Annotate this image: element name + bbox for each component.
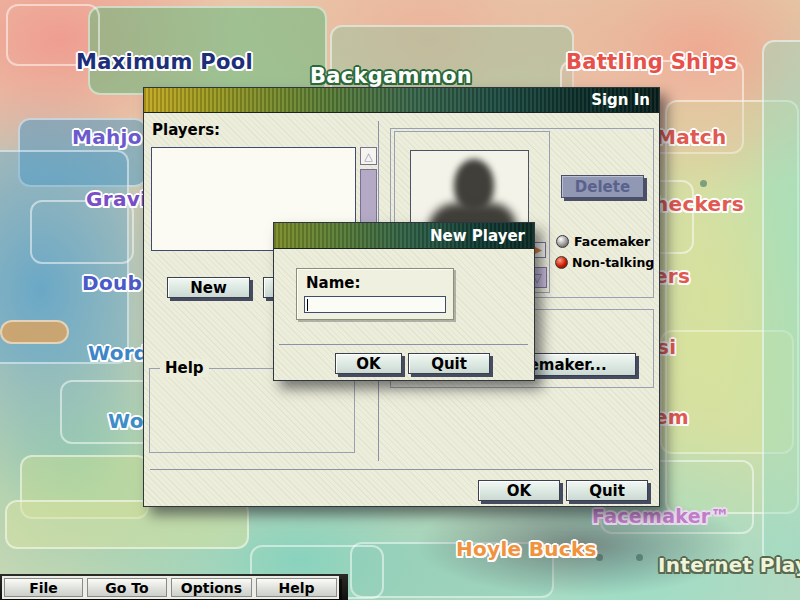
bg-game-label: Word [88, 341, 148, 365]
bg-game-label: Hoyle Bucks [456, 537, 597, 561]
sign-in-quit-button[interactable]: Quit [566, 480, 648, 501]
bg-game-label: Backgammon [310, 64, 472, 88]
new-player-ok-label: OK [356, 355, 380, 373]
new-player-divider [279, 344, 528, 345]
scroll-up-button[interactable]: △ [360, 147, 377, 165]
desktop: Maximum Pool Backgammon Battling Ships M… [0, 0, 800, 600]
bg-game-label: Gravi [86, 187, 147, 211]
new-button[interactable]: New [167, 277, 250, 298]
new-player-title: New Player [430, 227, 525, 245]
new-player-quit-button[interactable]: Quit [408, 353, 490, 374]
menu-options-button[interactable]: Options [171, 578, 252, 597]
name-panel: Name: [296, 268, 454, 320]
menu-help-label: Help [278, 580, 314, 596]
delete-button[interactable]: Delete [561, 175, 644, 198]
footer-divider [150, 469, 653, 470]
menu-goto-button[interactable]: Go To [87, 578, 167, 597]
players-label: Players: [152, 121, 220, 139]
text-caret [307, 299, 308, 311]
new-player-dialog: New Player Name: OK Quit [273, 222, 535, 381]
bg-tile [0, 320, 69, 344]
menu-help-button[interactable]: Help [256, 578, 337, 597]
sign-in-quit-label: Quit [589, 482, 625, 500]
help-legend: Help [160, 359, 209, 377]
bg-game-label: Facemaker™ [592, 505, 730, 527]
triangle-up-icon: △ [364, 151, 372, 162]
name-label: Name: [306, 274, 360, 292]
new-button-label: New [190, 279, 227, 297]
bg-dot [700, 180, 707, 187]
sign-in-ok-label: OK [507, 482, 531, 500]
new-player-quit-label: Quit [431, 355, 467, 373]
delete-button-label: Delete [575, 178, 630, 196]
menu-file-button[interactable]: File [4, 578, 83, 597]
menu-options-label: Options [181, 580, 242, 596]
non-talking-radio-label: Non-talking [572, 255, 654, 270]
sign-in-title: Sign In [591, 91, 650, 109]
facemaker-radio[interactable] [556, 235, 569, 248]
menu-file-label: File [29, 580, 58, 596]
bg-game-label: Mahjo [72, 125, 142, 149]
name-input[interactable] [304, 296, 446, 313]
bg-game-label: Doub [82, 271, 142, 295]
sign-in-titlebar[interactable]: Sign In [144, 88, 659, 113]
bg-game-label: Match [656, 125, 727, 149]
bg-tile [762, 40, 800, 564]
non-talking-radio[interactable] [555, 256, 568, 269]
new-player-ok-button[interactable]: OK [335, 353, 402, 374]
bg-game-label: Battling Ships [566, 50, 737, 74]
bg-game-label: Maximum Pool [76, 50, 253, 74]
bg-tile [5, 500, 249, 549]
bg-game-label: heckers [654, 192, 744, 216]
triangle-right-icon: ▶ [534, 245, 542, 255]
menu-goto-label: Go To [105, 580, 148, 596]
new-player-titlebar[interactable]: New Player [274, 223, 534, 249]
bg-game-label: Wo [108, 409, 144, 433]
bg-game-label: Internet Play [658, 553, 800, 577]
facemaker-radio-label: Facemaker [574, 234, 650, 249]
sign-in-ok-button[interactable]: OK [478, 480, 560, 501]
